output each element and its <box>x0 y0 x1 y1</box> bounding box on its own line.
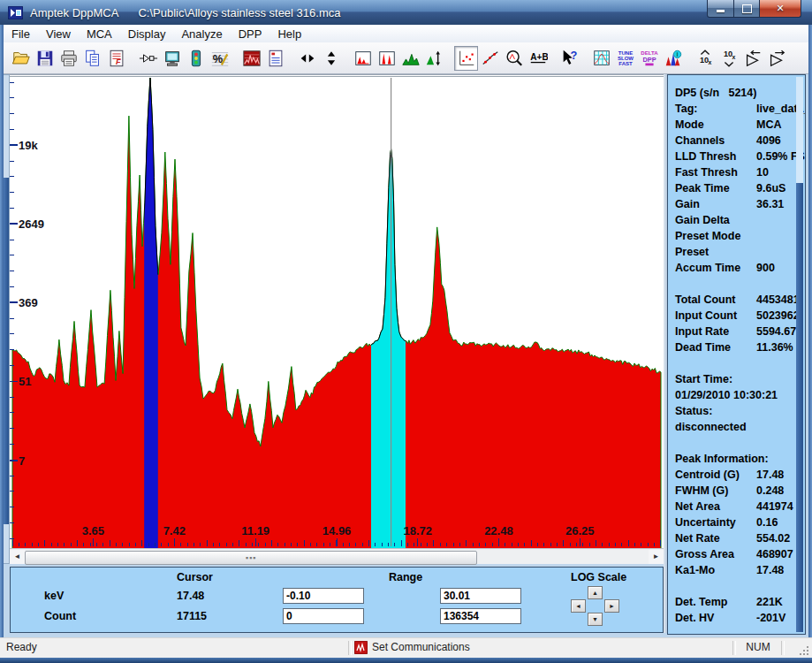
peak-vertical-scale-button[interactable] <box>422 46 446 71</box>
start-stop-traffic-button[interactable] <box>184 46 208 71</box>
plot-points-button[interactable] <box>454 46 478 71</box>
maximize-button[interactable] <box>734 0 760 18</box>
context-help-button[interactable]: ? <box>558 46 581 71</box>
acquisition-gate-icon <box>139 49 158 68</box>
y-axis-tick-label: 369 <box>19 296 38 309</box>
menu-file[interactable]: File <box>4 27 38 42</box>
info-scrollbar-thumb[interactable] <box>796 183 803 632</box>
info-row: Net Rate554.02 <box>675 530 793 546</box>
dead-time-percent-button[interactable]: % <box>208 46 231 71</box>
resize-grip-icon[interactable] <box>798 644 810 657</box>
info-row: Det. Temp221K <box>675 594 793 610</box>
minimize-button[interactable] <box>707 0 734 18</box>
connect-device-button[interactable] <box>160 46 184 71</box>
window-frame-left <box>0 25 4 658</box>
print-button[interactable] <box>57 46 80 71</box>
info-row: Total Count4453481 <box>675 292 793 308</box>
menu-display[interactable]: Display <box>120 27 174 42</box>
close-icon: ✕ <box>776 3 784 14</box>
peaks-view-button[interactable] <box>398 46 422 71</box>
info-row: Accum Time900 <box>675 260 793 276</box>
zoom-peak-icon <box>505 49 524 68</box>
scale-10x-up-icon: 10x <box>695 49 715 68</box>
gain-left-button[interactable] <box>740 46 764 71</box>
save-file-button[interactable] <box>33 46 57 71</box>
scale-vertical-button[interactable] <box>319 46 343 71</box>
peak-info-button[interactable]: i <box>661 46 685 71</box>
range-count-high-input[interactable] <box>440 608 521 624</box>
spectrum-area[interactable] <box>12 78 661 549</box>
info-row: Input Count5023962 <box>675 308 793 324</box>
svg-text:10: 10 <box>723 50 732 58</box>
scroll-left-arrow[interactable]: ◄ <box>10 550 25 564</box>
horizontal-scrollbar[interactable]: ◄ ▪▪▪ ► <box>10 548 664 564</box>
print-icon <box>59 49 79 68</box>
info-row: Start Time: <box>675 371 793 387</box>
delta-dpp-button[interactable]: DELTADPP <box>637 46 661 71</box>
zoom-peak-button[interactable] <box>502 46 526 71</box>
menu-help[interactable]: Help <box>269 27 309 42</box>
title-bar[interactable]: Amptek DppMCA C:\Public\Alloys stainless… <box>0 0 812 25</box>
full-view-icon <box>377 49 397 68</box>
close-button[interactable]: ✕ <box>760 0 801 18</box>
info-row: Status: <box>675 403 793 419</box>
open-file-button[interactable] <box>9 46 33 71</box>
info-row: Uncertainty0.16 <box>675 514 793 530</box>
scroll-right-arrow[interactable]: ► <box>649 550 664 564</box>
gain-right-button[interactable] <box>764 46 788 71</box>
full-view-button[interactable] <box>375 46 398 71</box>
y-axis-tick-label: 7 <box>19 454 25 468</box>
spectrum-chart[interactable]: 3.657.4211.1914.9618.7222.4826.2519k2649… <box>10 76 664 549</box>
horizontal-scrollbar-thumb[interactable]: ▪▪▪ <box>25 551 477 565</box>
tune-slow-fast-button[interactable]: TUNESLOWFAST <box>613 46 637 71</box>
info-row: LLD Thresh0.59% FS <box>675 149 793 164</box>
menu-bar: FileViewMCADisplayAnalyzeDPPHelp <box>4 25 808 43</box>
scale-vertical-icon <box>322 49 341 68</box>
scale-up-button[interactable]: ▲ <box>588 586 603 599</box>
context-help-icon: ? <box>560 49 580 68</box>
scale-right-button[interactable]: ► <box>604 599 619 613</box>
info-row: Channels4096 <box>675 133 793 149</box>
vertical-scrollbar-thumb[interactable] <box>4 178 9 524</box>
y-axis-tick-label: 2649 <box>19 217 44 231</box>
info-gap <box>675 276 793 292</box>
zoom-region-button[interactable] <box>351 46 375 71</box>
svg-text:DPP: DPP <box>642 56 656 64</box>
mca-grid-button[interactable] <box>589 46 613 71</box>
range-kev-low-input[interactable] <box>283 588 364 604</box>
acquisition-setup-list-button[interactable] <box>263 46 287 71</box>
scale-down-button[interactable]: ▼ <box>588 613 603 626</box>
info-row: Ka1-Mo17.48 <box>675 562 793 578</box>
report-button[interactable]: F <box>104 46 128 71</box>
acquisition-gate-button[interactable] <box>136 46 160 71</box>
range-count-low-input[interactable] <box>283 608 364 624</box>
copy-button[interactable] <box>80 46 104 71</box>
scale-10x-down-button[interactable]: 10x <box>717 46 740 71</box>
info-panel: DP5 (s/n 5214)Tag:live_data_ModeMCAChann… <box>667 74 806 635</box>
scale-left-button[interactable]: ◄ <box>571 599 586 613</box>
app-icon <box>8 6 23 19</box>
svg-text:x: x <box>708 59 711 65</box>
a-plus-b-button[interactable]: A+B <box>526 46 550 71</box>
info-row: Fast Thresh10 <box>675 164 793 180</box>
panel-splitter[interactable] <box>664 74 667 633</box>
svg-text:?: ? <box>570 49 577 62</box>
svg-text:10: 10 <box>699 55 708 64</box>
range-kev-high-input[interactable] <box>440 588 521 604</box>
num-lock-indicator: NUM <box>740 641 776 653</box>
peak-info-icon: i <box>664 49 683 68</box>
dead-time-percent-icon: % <box>210 49 230 68</box>
spectrum-plot-panel: 3.657.4211.1914.9618.7222.4826.2519k2649… <box>10 74 664 564</box>
control-panel: Cursor keV 17.48 Count 17115 Range LOG S… <box>10 567 664 633</box>
spectrum-display-button[interactable] <box>239 46 263 71</box>
pan-horizontal-button[interactable] <box>295 46 319 71</box>
scale-10x-up-button[interactable]: 10x <box>693 46 717 71</box>
vertical-scale-scrollbar[interactable] <box>3 74 10 564</box>
info-row: FWHM (G)0.248 <box>675 483 793 499</box>
menu-analyze[interactable]: Analyze <box>173 27 230 42</box>
info-panel-scrollbar[interactable] <box>796 77 803 632</box>
calibrate-line-button[interactable] <box>478 46 502 71</box>
menu-view[interactable]: View <box>38 27 79 42</box>
menu-dpp[interactable]: DPP <box>231 27 270 42</box>
menu-mca[interactable]: MCA <box>79 27 120 42</box>
